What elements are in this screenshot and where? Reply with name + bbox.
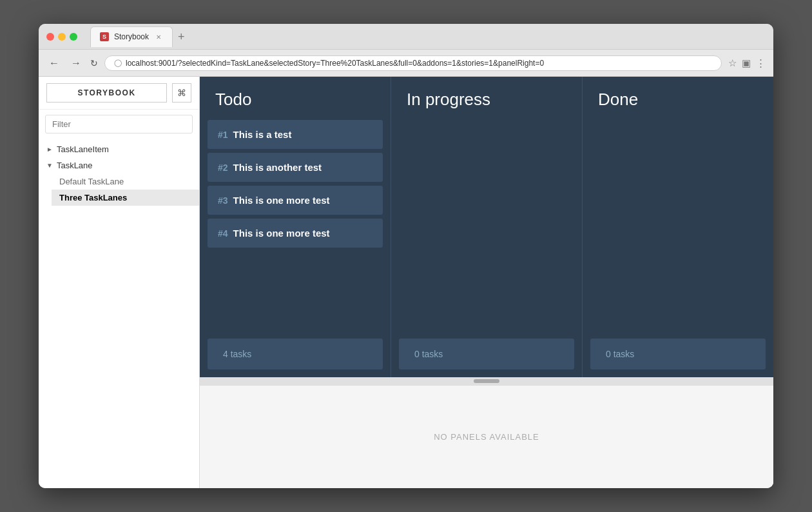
menu-icon[interactable]: ⋮ [756, 57, 766, 69]
task-title: This is one more test [233, 195, 330, 206]
tab-close-button[interactable]: ✕ [154, 32, 163, 41]
sidebar-item-tasklaneitem[interactable]: ► TaskLaneItem [39, 141, 199, 157]
no-panels-text: NO PANELS AVAILABLE [434, 432, 539, 442]
kanban-col-done-header: Done [583, 77, 773, 120]
task-number: #4 [218, 228, 228, 239]
sidebar-item-default-tasklane[interactable]: Default TaskLane [52, 173, 199, 190]
task-title: This is a test [233, 129, 292, 140]
tree-item-label: TaskLaneItem [57, 144, 109, 154]
task-number: #3 [218, 195, 228, 206]
tab-title: Storybook [114, 32, 149, 41]
kanban-col-todo: Todo #1 This is a test #2 This is anothe… [200, 77, 391, 377]
cast-icon[interactable]: ▣ [742, 57, 751, 69]
filter-input[interactable] [45, 115, 193, 133]
preview-area: Todo #1 This is a test #2 This is anothe… [200, 77, 773, 488]
kanban-col-inprogress: In progress 0 tasks [391, 77, 583, 377]
storybook-button[interactable]: STORYBOOK [46, 83, 167, 103]
kanban-col-inprogress-tasks [391, 120, 582, 331]
reload-button[interactable]: ↻ [90, 58, 98, 68]
bookmark-icon[interactable]: ☆ [728, 57, 737, 69]
maximize-button[interactable] [70, 33, 77, 41]
sidebar-item-three-tasklanes[interactable]: Three TaskLanes [52, 190, 199, 206]
tabs-bar: S Storybook ✕ + [90, 26, 766, 47]
browser-window: S Storybook ✕ + ← → ↻ ◯ localhost:9001/?… [39, 24, 773, 488]
tasklane-children: Default TaskLane Three TaskLanes [39, 173, 199, 206]
task-card: #4 This is one more test [208, 219, 383, 248]
kanban-col-inprogress-header: In progress [391, 77, 582, 120]
task-number: #1 [218, 130, 228, 140]
sidebar-item-tasklane[interactable]: ▼ TaskLane [39, 157, 199, 173]
collapse-arrow-icon: ► [46, 146, 53, 153]
sidebar-header: STORYBOOK ⌘ [39, 77, 199, 110]
traffic-lights [46, 33, 77, 41]
new-tab-button[interactable]: + [173, 31, 190, 43]
tree-child-label: Three TaskLanes [59, 193, 127, 202]
kanban-col-done-footer: 0 tasks [590, 339, 766, 369]
address-actions: ☆ ▣ ⋮ [728, 57, 766, 69]
kanban-col-todo-header: Todo [200, 77, 391, 120]
tab-favicon: S [100, 32, 109, 41]
task-card: #2 This is another test [208, 153, 383, 182]
kanban-col-done: Done 0 tasks [583, 77, 773, 377]
kanban-col-todo-tasks: #1 This is a test #2 This is another tes… [200, 120, 391, 331]
task-card: #1 This is a test [208, 120, 383, 149]
main-content: STORYBOOK ⌘ ► TaskLaneItem ▼ TaskLane De… [39, 77, 773, 488]
command-icon[interactable]: ⌘ [172, 83, 191, 103]
kanban-col-todo-footer: 4 tasks [208, 339, 383, 369]
address-bar: ← → ↻ ◯ localhost:9001/?selectedKind=Tas… [39, 50, 773, 77]
expand-arrow-icon: ▼ [46, 162, 53, 169]
task-number: #2 [218, 162, 228, 173]
task-title: This is another test [233, 162, 322, 173]
lock-icon: ◯ [114, 59, 122, 67]
url-text: localhost:9001/?selectedKind=TaskLane&se… [126, 59, 544, 68]
back-button[interactable]: ← [46, 56, 62, 70]
horizontal-scrollbar[interactable] [200, 377, 773, 385]
kanban-board: Todo #1 This is a test #2 This is anothe… [200, 77, 773, 377]
scrollbar-thumb[interactable] [474, 379, 499, 383]
tree-item-label: TaskLane [57, 161, 93, 170]
tree-child-label: Default TaskLane [59, 177, 124, 186]
task-card: #3 This is one more test [208, 186, 383, 215]
minimize-button[interactable] [58, 33, 66, 41]
sidebar: STORYBOOK ⌘ ► TaskLaneItem ▼ TaskLane De… [39, 77, 200, 488]
kanban-col-inprogress-footer: 0 tasks [399, 339, 574, 369]
sidebar-tree: ► TaskLaneItem ▼ TaskLane Default TaskLa… [39, 139, 199, 488]
canvas-area: Todo #1 This is a test #2 This is anothe… [200, 77, 773, 377]
forward-button[interactable]: → [68, 56, 84, 70]
kanban-col-done-tasks [583, 120, 773, 331]
browser-tab[interactable]: S Storybook ✕ [90, 26, 173, 47]
task-title: This is one more test [233, 228, 330, 239]
url-bar[interactable]: ◯ localhost:9001/?selectedKind=TaskLane&… [104, 55, 722, 71]
panels-area: NO PANELS AVAILABLE [200, 385, 773, 488]
close-button[interactable] [46, 33, 54, 41]
title-bar: S Storybook ✕ + [39, 24, 773, 50]
